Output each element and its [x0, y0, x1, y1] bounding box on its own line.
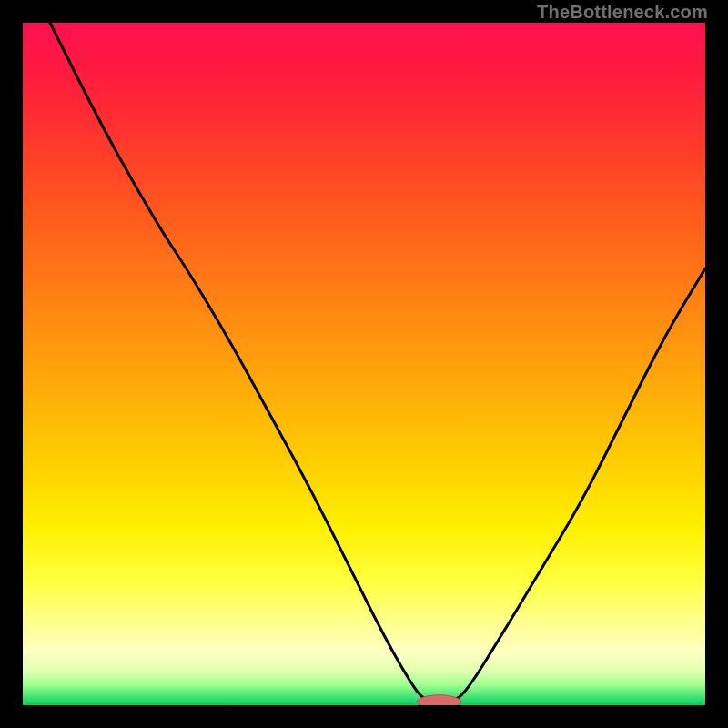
chart-frame: TheBottleneck.com [0, 0, 728, 728]
optimal-point-marker [418, 695, 461, 705]
chart-svg [23, 23, 705, 705]
chart-plot-area [23, 23, 705, 705]
attribution-label: TheBottleneck.com [537, 2, 708, 23]
chart-background-gradient [23, 23, 705, 705]
